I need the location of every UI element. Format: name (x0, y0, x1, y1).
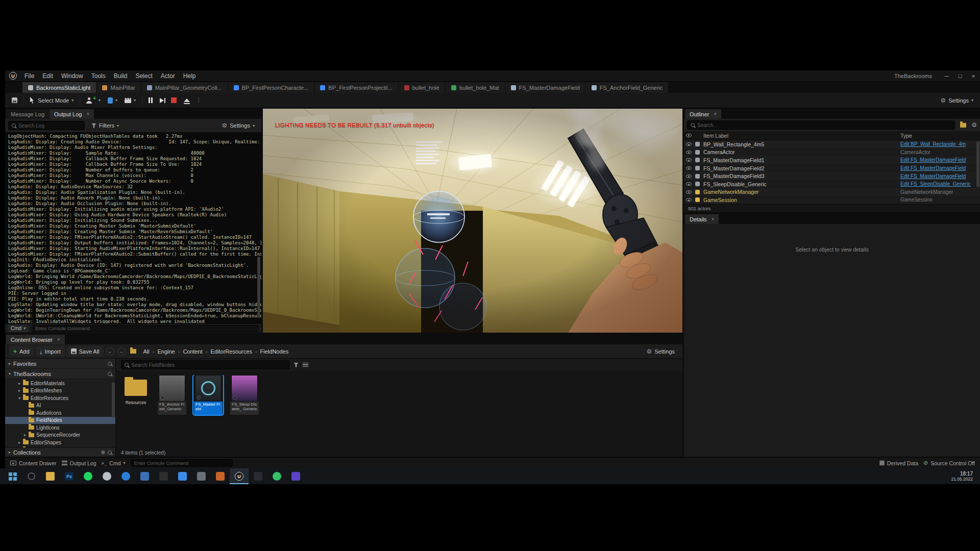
tree-expander-icon[interactable]: ▸ (18, 440, 23, 445)
visibility-eye-icon[interactable] (686, 166, 692, 170)
content-drawer-button[interactable]: Content Drawer (10, 460, 57, 466)
menu-item-help[interactable]: Help (179, 71, 200, 81)
close-icon[interactable]: × (86, 111, 89, 117)
taskbar-mail[interactable] (135, 468, 154, 484)
outliner-item-type[interactable]: Edit FS_SleepDisable_Generic (900, 181, 980, 187)
taskbar-search[interactable] (22, 468, 41, 484)
outliner-row[interactable]: FS_MasterDamageField3Edit FS_MasterDamag… (684, 172, 980, 180)
menu-item-select[interactable]: Select (131, 71, 156, 81)
outliner-row[interactable]: BP_Wall_Rectangle_4m5Edit BP_Wall_Rectan… (684, 140, 980, 148)
asset-tab-backroomsstaticlight[interactable]: BackroomsStaticLight (22, 82, 96, 93)
save-button[interactable] (8, 94, 21, 107)
outliner-search-input[interactable] (697, 122, 951, 128)
tree-item-lighticons[interactable]: LightIcons (5, 424, 115, 432)
outliner-settings-icon[interactable]: ⚙ (971, 121, 977, 129)
status-console-input[interactable] (131, 459, 233, 467)
visibility-eye-icon[interactable] (686, 151, 692, 154)
outliner-row[interactable]: GameSessionGameSession (684, 196, 980, 204)
viewport-settings-dropdown[interactable]: ⚙ Settings ▾ (937, 94, 977, 107)
output-log-button[interactable]: Output Log (62, 460, 96, 466)
outliner-item-type[interactable]: Edit FS_MasterDamageField (900, 173, 980, 179)
asset-tab-bp-firstpersonprojectil[interactable]: BP_FirstPersonProjectil... (314, 82, 398, 93)
visibility-eye-icon[interactable] (686, 134, 692, 137)
taskbar-file-explorer[interactable] (41, 468, 60, 484)
new-folder-icon[interactable] (960, 123, 966, 128)
taskbar-browser[interactable] (116, 468, 135, 484)
outliner-search-box[interactable] (687, 120, 955, 130)
close-icon[interactable]: × (714, 111, 717, 117)
menu-item-edit[interactable]: Edit (38, 71, 57, 81)
maximize-button[interactable]: □ (953, 71, 967, 81)
search-icon[interactable] (108, 372, 112, 376)
filter-icon[interactable] (293, 363, 299, 367)
tree-expander-icon[interactable]: ▸ (18, 381, 23, 386)
outliner-item-type[interactable]: Edit BP_Wall_Rectangle_4m (900, 141, 980, 147)
asset-tab-bullet-hole[interactable]: bullet_hole (399, 82, 445, 93)
close-button[interactable]: × (967, 71, 980, 81)
outliner-item-type[interactable]: Edit FS_MasterDamageField (900, 157, 980, 163)
breadcrumb-item-engine[interactable]: Engine (157, 348, 175, 355)
taskbar-green-app[interactable] (267, 468, 286, 484)
menu-item-actor[interactable]: Actor (157, 71, 179, 81)
play-options-menu[interactable]: ⋮ (193, 97, 204, 104)
log-lines[interactable]: LogObjectHash: Compacting FUObjectHashTa… (5, 132, 261, 323)
add-actor-button[interactable]: + ▾ (83, 94, 104, 107)
asset-search-box[interactable] (121, 360, 289, 369)
outliner-row[interactable]: CameraActorCameraActor (684, 148, 980, 157)
cmd-status-dropdown[interactable]: >_ Cmd ▾ (102, 460, 126, 466)
project-section[interactable]: ▾ TheBackrooms (5, 369, 115, 379)
asset-tile-fs-anchor-field-generic[interactable]: FS_Anchor Field_Generic (157, 375, 187, 415)
taskbar-steam[interactable] (97, 468, 116, 484)
menu-item-tools[interactable]: Tools (87, 71, 110, 81)
outliner-col-type[interactable]: Type (900, 133, 980, 139)
tree-item-ai[interactable]: AI (5, 402, 115, 410)
log-search-box[interactable] (8, 121, 85, 130)
cinematics-dropdown[interactable]: ▾ (121, 94, 139, 107)
blueprints-dropdown[interactable]: ▾ (104, 94, 121, 107)
import-button[interactable]: ↓ Import (36, 346, 65, 357)
search-icon[interactable] (108, 362, 112, 366)
taskbar-spotify[interactable] (79, 468, 97, 484)
tree-item-editorresources[interactable]: ▾EditorResources (5, 394, 115, 402)
tab-content-browser[interactable]: Content Browser × (6, 335, 65, 344)
tree-item-editorshapes[interactable]: ▸EditorShapes (5, 439, 115, 446)
asset-tab-fs-masterdamagefield[interactable]: FS_MasterDamageField (505, 82, 585, 93)
add-button[interactable]: + Add (9, 346, 34, 357)
asset-tab-mainpillar-geometrycoll[interactable]: MainPillar_GeometryColl... (141, 82, 228, 93)
tree-item-editormeshes[interactable]: ▸EditorMeshes (5, 387, 115, 395)
tab-details[interactable]: Details × (685, 214, 719, 224)
visibility-eye-icon[interactable] (686, 182, 692, 186)
visibility-eye-icon[interactable] (686, 158, 692, 162)
visibility-eye-icon[interactable] (686, 174, 692, 178)
tree-expander-icon[interactable]: ▸ (24, 433, 29, 437)
log-settings-dropdown[interactable]: ⚙ Settings ▾ (218, 120, 258, 131)
log-scrollbar[interactable] (257, 257, 260, 318)
taskbar-terminal[interactable] (154, 468, 173, 484)
log-filters-dropdown[interactable]: Filters ▾ (88, 120, 122, 131)
collections-section[interactable]: ▸ Collections ⊕ (5, 447, 115, 457)
cmd-dropdown[interactable]: Cmd ▾ (8, 325, 29, 332)
tree-item-sequencerecorder[interactable]: ▸SequenceRecorder (5, 432, 115, 439)
save-all-button[interactable]: Save All (67, 346, 104, 357)
minimize-button[interactable]: ─ (940, 71, 953, 81)
taskbar-vscode[interactable] (286, 468, 305, 484)
asset-tile-resources[interactable]: Resources (121, 375, 151, 405)
visibility-eye-icon[interactable] (686, 198, 692, 202)
breadcrumb-item-all[interactable]: All (143, 348, 150, 355)
console-command-input[interactable] (32, 325, 259, 332)
outliner-row[interactable]: GameNetworkManagerGameNetworkManager (684, 188, 980, 196)
outliner-col-item-label[interactable]: Item Label (703, 133, 900, 139)
asset-tab-mainpillar[interactable]: MainPillar (96, 82, 140, 93)
visibility-eye-icon[interactable] (686, 142, 692, 146)
taskbar-epic-launcher[interactable] (249, 468, 267, 484)
tree-expander-icon[interactable]: ▾ (18, 396, 23, 400)
menu-item-build[interactable]: Build (110, 71, 132, 81)
log-search-input[interactable] (18, 123, 81, 129)
forward-button[interactable]: → (117, 347, 126, 356)
asset-tile-fs-sleep-disable-generic[interactable]: FS_Sleep Disable_ Generic (230, 375, 259, 415)
tree-item-audioicons[interactable]: AudioIcons (5, 409, 115, 417)
cb-settings-dropdown[interactable]: ⚙ Settings (643, 345, 678, 358)
tree-item-editormaterials[interactable]: ▸EditorMaterials (5, 380, 115, 387)
tab-outliner[interactable]: Outliner × (685, 109, 721, 119)
close-icon[interactable]: × (57, 337, 60, 342)
